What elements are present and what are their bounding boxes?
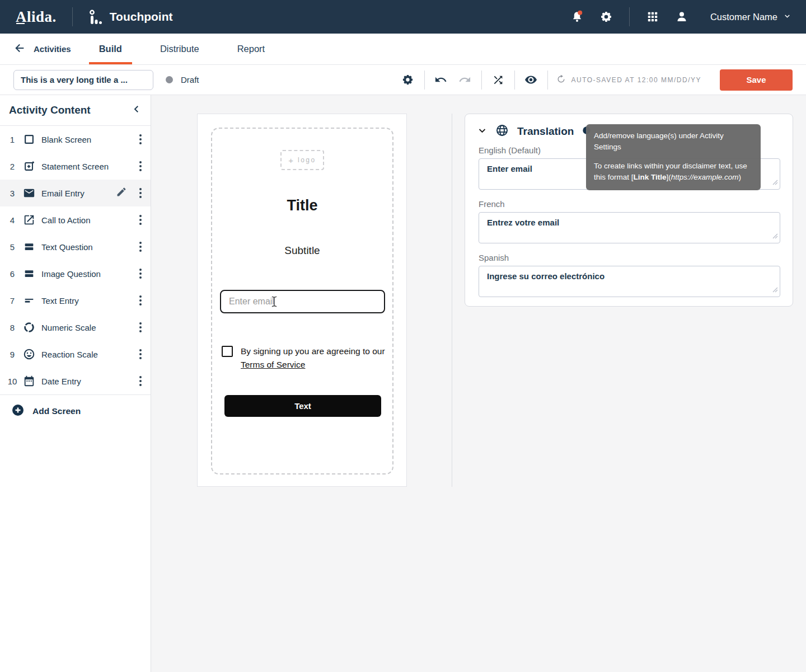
item-number: 10	[6, 377, 19, 386]
sidebar-header: Activity Content	[0, 95, 151, 126]
blank-screen-icon	[22, 133, 36, 146]
account-menu[interactable]: Customer Name	[710, 12, 791, 22]
header-divider	[629, 7, 630, 26]
item-menu-kebab-icon[interactable]	[137, 293, 144, 308]
panel-divider	[452, 114, 452, 487]
item-menu-kebab-icon[interactable]	[137, 347, 144, 361]
item-menu-kebab-icon[interactable]	[137, 186, 144, 200]
shuffle-icon[interactable]	[490, 73, 506, 87]
save-button[interactable]: Save	[720, 69, 793, 91]
bars-icon	[22, 240, 36, 253]
item-menu-kebab-icon[interactable]	[137, 132, 144, 147]
sidebar-item-blank-screen[interactable]: 1 Blank Screen	[0, 126, 151, 153]
item-label: Image Question	[41, 269, 101, 279]
preview-title[interactable]: Title	[212, 197, 392, 214]
sidebar-item-text-question[interactable]: 5 Text Question	[0, 233, 151, 260]
terms-checkbox[interactable]	[222, 346, 233, 357]
activity-title-input[interactable]	[13, 70, 153, 90]
email-icon	[22, 186, 36, 200]
add-screen-button[interactable]: Add Screen	[0, 394, 151, 427]
person-icon[interactable]	[674, 10, 689, 24]
preview-email-input[interactable]	[220, 290, 385, 313]
apps-grid-icon[interactable]	[645, 10, 660, 24]
sidebar-item-text-entry[interactable]: 7 Text Entry	[0, 287, 151, 314]
tooltip-line2: To create links within your disclaimer t…	[594, 161, 753, 184]
item-label: Reaction Scale	[41, 350, 98, 359]
sidebar-title: Activity Content	[9, 104, 91, 116]
lines-icon	[22, 294, 36, 307]
toolbar-divider	[424, 71, 425, 90]
item-label: Call to Action	[41, 215, 91, 225]
gear-icon[interactable]	[599, 10, 613, 24]
translation-header: Translation	[477, 124, 591, 139]
item-menu-kebab-icon[interactable]	[137, 266, 144, 281]
back-arrow-icon	[13, 42, 26, 56]
back-to-activities[interactable]: Activities	[13, 34, 71, 64]
item-label: Statement Screen	[41, 162, 109, 171]
item-menu-kebab-icon[interactable]	[137, 213, 144, 227]
item-menu-kebab-icon[interactable]	[137, 374, 144, 388]
sidebar-item-statement-screen[interactable]: 2 Statement Screen	[0, 153, 151, 180]
item-menu-kebab-icon[interactable]	[137, 320, 144, 335]
back-label: Activities	[34, 44, 71, 54]
collapse-sidebar-icon[interactable]	[132, 104, 142, 116]
bell-icon[interactable]	[570, 10, 584, 24]
sidebar-item-reaction-scale[interactable]: 9 Reaction Scale	[0, 341, 151, 368]
plus-icon: +	[288, 156, 293, 165]
alida-logo[interactable]: Alida.	[16, 8, 57, 26]
terms-of-service-link[interactable]: Terms of Service	[241, 360, 305, 369]
dashed-circle-icon	[22, 321, 36, 334]
translation-field-spanish: Ingrese su correo electrónico	[479, 266, 780, 297]
globe-icon	[495, 124, 509, 139]
item-number: 8	[6, 323, 19, 332]
logo-placeholder[interactable]: + logo	[280, 150, 324, 170]
item-number: 9	[6, 350, 19, 359]
tab-distribute-label: Distribute	[160, 44, 199, 54]
item-label: Text Question	[41, 242, 93, 252]
edit-pencil-icon[interactable]	[116, 186, 127, 200]
tab-report-label: Report	[237, 44, 265, 54]
item-menu-kebab-icon[interactable]	[137, 239, 144, 254]
item-number: 4	[6, 215, 19, 225]
language-label-french: French	[479, 199, 505, 209]
sidebar-item-date-entry[interactable]: 10 Date Entry	[0, 368, 151, 394]
tab-build-label: Build	[99, 44, 122, 54]
status-dot	[166, 76, 173, 83]
autosave-label: AUTO-SAVED AT 12:00 MM/DD/YY	[571, 76, 702, 84]
tab-distribute[interactable]: Distribute	[150, 34, 209, 64]
settings-gear-icon[interactable]	[400, 73, 416, 87]
sidebar-item-email-entry[interactable]: 3 Email Entry	[0, 180, 151, 206]
disclaimer-row: By signing up you are agreeing to our Te…	[222, 345, 385, 372]
item-label: Numeric Scale	[41, 323, 96, 332]
sidebar-item-call-to-action[interactable]: 4 Call to Action	[0, 206, 151, 233]
chevron-down-icon[interactable]	[477, 126, 487, 138]
preview-submit-button[interactable]: Text	[224, 395, 381, 417]
tab-report[interactable]: Report	[227, 34, 275, 64]
touchpoint-icon	[88, 10, 103, 24]
toolbar-divider	[514, 71, 515, 90]
product-title-group: Touchpoint	[88, 10, 173, 24]
item-menu-kebab-icon[interactable]	[137, 159, 144, 173]
translation-field-french: Entrez votre email	[479, 212, 780, 243]
eye-preview-icon[interactable]	[523, 73, 539, 87]
sidebar-item-numeric-scale[interactable]: 8 Numeric Scale	[0, 314, 151, 341]
activity-content-sidebar: Activity Content 1 Blank Screen 2 Statem…	[0, 95, 151, 672]
header-actions: Customer Name	[570, 7, 791, 26]
translation-textarea-spanish[interactable]: Ingrese su correo electrónico	[479, 266, 780, 297]
sidebar-item-image-question[interactable]: 6 Image Question	[0, 260, 151, 287]
undo-icon[interactable]	[433, 73, 449, 87]
translation-title: Translation	[517, 125, 574, 138]
translation-tooltip: Add/remove language(s) under Activity Se…	[586, 124, 761, 190]
touchpoint-app: Alida. Touchpoint Customer Name	[0, 0, 806, 672]
chevron-down-icon	[783, 12, 791, 22]
language-label-spanish: Spanish	[479, 253, 509, 262]
text-cursor-icon	[270, 295, 278, 311]
item-label: Text Entry	[41, 296, 79, 306]
bars-icon	[22, 267, 36, 280]
translation-textarea-french[interactable]: Entrez votre email	[479, 212, 780, 243]
status-label: Draft	[181, 75, 199, 84]
preview-subtitle[interactable]: Subtitle	[212, 245, 392, 257]
item-number: 1	[6, 135, 19, 144]
tab-build[interactable]: Build	[89, 34, 132, 64]
redo-icon[interactable]	[457, 73, 473, 87]
